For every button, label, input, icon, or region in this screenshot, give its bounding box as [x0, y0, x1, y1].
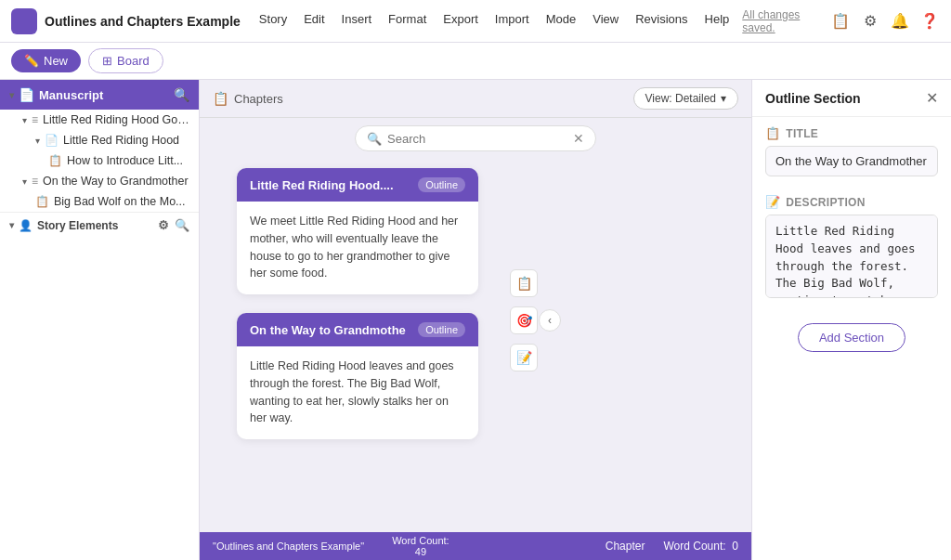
right-panel-header: Outline Section ✕: [752, 80, 951, 117]
collapse-panel-button[interactable]: ‹: [539, 309, 561, 332]
manuscript-label: Manuscript: [39, 88, 169, 102]
chapters-text: Chapters: [234, 92, 283, 106]
add-section-button[interactable]: Add Section: [798, 323, 905, 352]
project-name: "Outlines and Chapters Example": [213, 540, 364, 552]
page-icon-2: 📋: [35, 195, 49, 208]
sidebar-label-5: Big Bad Wolf on the Mo...: [54, 195, 186, 208]
cards-area: Little Red Riding Hood.... Outline We me…: [200, 159, 751, 560]
note-tool[interactable]: 📝: [510, 344, 538, 371]
title-input[interactable]: [765, 146, 938, 176]
page-icon-1: 📋: [48, 154, 62, 167]
word-count-label: Word Count:: [392, 535, 449, 546]
menu-export[interactable]: Export: [436, 8, 486, 34]
description-section: 📝 Description Little Red Riding Hood lea…: [752, 186, 951, 310]
menu-view[interactable]: View: [585, 8, 626, 34]
chevron-icon-2: ▾: [35, 136, 40, 146]
menu-mode[interactable]: Mode: [539, 8, 584, 34]
sidebar-search-icon[interactable]: 🔍: [174, 87, 189, 102]
chapters-icon: 📋: [213, 91, 228, 106]
board-icon: ⊞: [102, 54, 112, 68]
sidebar-item-on-the-way[interactable]: ▾ ≡ On the Way to Grandmother: [0, 171, 199, 191]
autosave-status: All changes saved.: [742, 8, 823, 34]
menu-edit[interactable]: Edit: [296, 8, 332, 34]
outline-tool[interactable]: 📋: [510, 269, 538, 297]
description-textarea[interactable]: Little Red Riding Hood leaves and goes t…: [765, 215, 938, 298]
word-count-status: Word Count: 49: [392, 535, 449, 557]
description-icon: 📝: [765, 195, 780, 209]
menu-import[interactable]: Import: [488, 8, 537, 34]
close-panel-icon[interactable]: ✕: [926, 89, 938, 107]
search-input-wrap: 🔍 ✕: [355, 125, 596, 151]
search-magnifier-icon: 🔍: [367, 132, 382, 146]
app-title: Outlines and Chapters Example: [45, 14, 241, 29]
chapter-word-count: Word Count: 0: [663, 540, 738, 553]
story-chevron[interactable]: ▾: [9, 220, 14, 230]
search-icon-2[interactable]: 🔍: [175, 218, 189, 232]
chapter-wc-label: Word Count:: [663, 540, 725, 553]
chapters-label: 📋 Chapters: [213, 91, 283, 106]
story-elements-icon: 👤: [19, 219, 33, 232]
card-title-2: On the Way to Grandmothe: [250, 323, 406, 337]
card-header-2: On the Way to Grandmothe Outline: [237, 313, 478, 346]
menu-insert[interactable]: Insert: [334, 8, 380, 34]
sidebar: ▾ 📄 Manuscript 🔍 ▾ ≡ Little Red Riding H…: [0, 80, 200, 560]
view-label: View: Detailed: [645, 92, 717, 105]
bell-icon[interactable]: 🔔: [890, 11, 910, 32]
topbar-icons: 📋 ⚙ 🔔 ❓: [830, 11, 940, 32]
target-tool[interactable]: 🎯: [510, 306, 538, 334]
manuscript-chevron[interactable]: ▾: [9, 90, 14, 100]
menu-format[interactable]: Format: [381, 8, 434, 34]
settings-icon[interactable]: ⚙: [158, 218, 169, 232]
new-label: New: [44, 54, 68, 68]
sidebar-item-little-red-2[interactable]: ▾ 📄 Little Red Riding Hood: [0, 130, 199, 150]
menu-help[interactable]: Help: [697, 8, 737, 34]
title-icon: 📋: [765, 126, 780, 140]
chevron-icon-3: ▾: [22, 176, 27, 187]
menu-revisions[interactable]: Revisions: [628, 8, 695, 34]
status-bar: "Outlines and Chapters Example" Word Cou…: [200, 532, 751, 560]
sidebar-label-3: How to Introduce Litt...: [67, 154, 183, 167]
sidebar-item-little-red-1[interactable]: ▾ ≡ Little Red Riding Hood Goi...: [0, 110, 199, 130]
board-button[interactable]: ⊞ Board: [88, 48, 163, 73]
card-body-1: We meet Little Red Riding Hood and her m…: [237, 202, 478, 294]
sidebar-item-big-bad-wolf[interactable]: 📋 Big Bad Wolf on the Mo...: [0, 191, 199, 212]
outline-card-1[interactable]: Little Red Riding Hood.... Outline We me…: [237, 168, 478, 294]
sidebar-label-1: Little Red Riding Hood Goi...: [43, 113, 189, 126]
right-panel: Outline Section ✕ 📋 Title 📝 Description …: [751, 80, 951, 560]
side-tools: 📋 🎯 📝: [510, 269, 538, 371]
story-elements-header: ▾ 👤 Story Elements ⚙ 🔍: [0, 213, 199, 238]
story-elements-label: Story Elements: [37, 219, 118, 232]
card-body-2: Little Red Riding Hood leaves and goes t…: [237, 346, 478, 439]
title-section-header: 📋 Title: [765, 126, 938, 140]
chevron-icon-1: ▾: [22, 115, 27, 125]
menu-bar: Story Edit Insert Format Export Import M…: [252, 8, 823, 34]
new-button[interactable]: ✏️ New: [11, 49, 81, 72]
gear-icon[interactable]: ⚙: [860, 11, 880, 32]
chapter-wc-value: 0: [732, 540, 738, 553]
title-section-label: Title: [786, 127, 818, 140]
status-right: Chapter Word Count: 0: [606, 540, 738, 553]
main-layout: ▾ 📄 Manuscript 🔍 ▾ ≡ Little Red Riding H…: [0, 80, 951, 560]
search-input[interactable]: [387, 132, 567, 146]
clipboard-icon[interactable]: 📋: [830, 11, 851, 32]
sidebar-manuscript-header: ▾ 📄 Manuscript 🔍: [0, 80, 199, 110]
description-section-header: 📝 Description: [765, 195, 938, 209]
secondary-toolbar: ✏️ New ⊞ Board: [0, 43, 951, 80]
menu-story[interactable]: Story: [252, 8, 294, 34]
card-title-1: Little Red Riding Hood....: [250, 178, 394, 192]
chapter-label: Chapter: [606, 540, 645, 553]
card-header-1: Little Red Riding Hood.... Outline: [237, 168, 478, 202]
app-icon: [11, 8, 37, 34]
list-icon-1: ≡: [32, 113, 38, 126]
view-button[interactable]: View: Detailed ▾: [633, 87, 739, 110]
outline-card-2[interactable]: On the Way to Grandmothe Outline Little …: [237, 313, 478, 439]
question-icon[interactable]: ❓: [919, 11, 940, 32]
right-panel-title: Outline Section: [765, 91, 861, 106]
file-icon-1: 📄: [45, 134, 59, 147]
sidebar-item-how-to[interactable]: 📋 How to Introduce Litt...: [0, 150, 199, 171]
clear-search-icon[interactable]: ✕: [573, 131, 584, 146]
main-header: 📋 Chapters View: Detailed ▾: [200, 80, 751, 118]
description-section-label: Description: [786, 196, 865, 209]
search-bar: 🔍 ✕: [200, 118, 751, 159]
list-icon-2: ≡: [32, 175, 38, 188]
